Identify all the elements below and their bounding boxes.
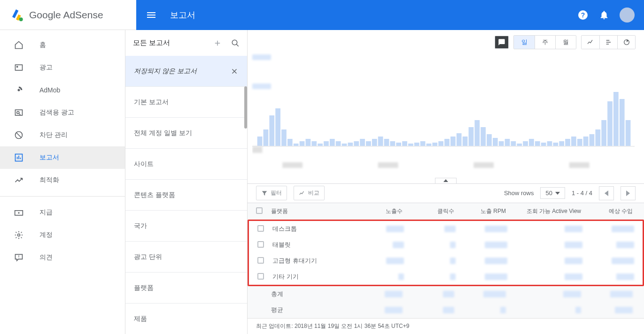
chart-bar-button[interactable] xyxy=(599,36,617,49)
header-rpm[interactable]: 노출 RPM xyxy=(454,207,506,215)
nav-search-ads[interactable]: 검색용 광고 xyxy=(0,101,125,124)
close-icon[interactable] xyxy=(230,67,239,76)
svg-rect-53 xyxy=(487,134,492,146)
svg-rect-50 xyxy=(469,127,474,146)
svg-rect-40 xyxy=(408,144,413,146)
svg-rect-49 xyxy=(463,137,468,146)
svg-rect-57 xyxy=(511,141,516,146)
nav-home[interactable]: 홈 xyxy=(0,34,125,56)
nav-account[interactable]: 계정 xyxy=(0,224,125,246)
notifications-icon[interactable] xyxy=(599,10,609,20)
page-info: 1 - 4 / 4 xyxy=(572,190,592,197)
nav-blocking[interactable]: 차단 관리 xyxy=(0,124,125,146)
svg-rect-36 xyxy=(384,139,389,146)
svg-rect-80 xyxy=(378,162,398,168)
nav-ads[interactable]: 광고 xyxy=(0,56,125,79)
svg-rect-27 xyxy=(330,139,335,146)
compare-button[interactable]: 비교 xyxy=(294,186,325,200)
svg-rect-59 xyxy=(523,141,528,146)
report-platform[interactable]: 플랫폼 xyxy=(125,273,247,304)
chart-pie-button[interactable] xyxy=(617,36,635,49)
svg-rect-39 xyxy=(402,141,407,146)
svg-rect-30 xyxy=(348,143,353,146)
block-icon xyxy=(13,129,24,141)
cell-total-label: 총계 xyxy=(271,290,351,298)
svg-rect-45 xyxy=(438,141,443,146)
scrollbar-thumb[interactable] xyxy=(244,86,247,129)
table-toolbar: 필터 비교 Show rows 50 1 - 4 / 4 xyxy=(248,183,644,203)
report-sites[interactable]: 사이트 xyxy=(125,149,247,180)
header-clicks[interactable]: 클릭수 xyxy=(403,207,454,215)
svg-rect-78 xyxy=(252,146,262,153)
report-product[interactable]: 제품 xyxy=(125,304,247,334)
nav-payments[interactable]: 지급 xyxy=(0,201,125,224)
svg-rect-18 xyxy=(275,108,280,146)
select-all-checkbox[interactable] xyxy=(256,207,263,214)
svg-rect-60 xyxy=(529,139,534,146)
row-checkbox[interactable] xyxy=(257,257,264,264)
svg-point-11 xyxy=(18,212,19,213)
svg-rect-63 xyxy=(547,141,552,146)
collapse-chart-handle[interactable] xyxy=(435,178,457,183)
filter-icon xyxy=(261,190,268,197)
chart-area xyxy=(248,50,644,178)
nav-admob[interactable]: AdMob xyxy=(0,79,125,101)
svg-rect-23 xyxy=(306,139,311,146)
notes-button[interactable] xyxy=(495,36,509,49)
header-revenue[interactable]: 예상 수입 xyxy=(581,207,633,215)
report-content-platform[interactable]: 콘텐츠 플랫폼 xyxy=(125,180,247,211)
menu-icon[interactable] xyxy=(146,9,157,21)
chart-line-button[interactable] xyxy=(582,36,599,49)
svg-rect-33 xyxy=(366,141,371,146)
timeframe-group: 일 주 월 xyxy=(513,35,576,49)
nav-reports[interactable]: 보고서 xyxy=(0,146,125,169)
prev-page-button[interactable] xyxy=(599,186,614,200)
svg-rect-68 xyxy=(577,139,582,146)
next-page-button[interactable] xyxy=(621,186,636,200)
svg-rect-29 xyxy=(342,144,347,146)
page-title: 보고서 xyxy=(170,9,577,21)
report-daily[interactable]: 전체 계정 일별 보기 xyxy=(125,118,247,149)
table-average-row: 평균 xyxy=(248,302,644,318)
chart-type-group xyxy=(581,35,636,49)
timeframe-week[interactable]: 주 xyxy=(535,36,555,49)
svg-rect-35 xyxy=(378,137,383,146)
user-avatar[interactable] xyxy=(620,8,635,23)
svg-rect-48 xyxy=(457,133,462,146)
row-checkbox[interactable] xyxy=(257,273,264,280)
reports-list-panel: 모든 보고서 저장되지 않은 보고서 기본 보고서 전체 계정 일별 보기 사이… xyxy=(125,30,248,334)
svg-rect-81 xyxy=(473,162,494,168)
svg-rect-76 xyxy=(626,120,631,146)
nav-feedback[interactable]: 의견 xyxy=(0,246,125,269)
svg-point-7 xyxy=(17,112,19,114)
row-checkbox[interactable] xyxy=(257,225,264,232)
header-impressions[interactable]: 노출수 xyxy=(351,207,403,215)
nav-optimize[interactable]: 최적화 xyxy=(0,169,125,191)
header-platform[interactable]: 플랫폼 xyxy=(271,207,351,215)
report-default[interactable]: 기본 보고서 xyxy=(125,87,247,118)
add-report-icon[interactable] xyxy=(213,39,222,47)
header-active-view[interactable]: 조회 가능 Active View xyxy=(506,207,581,215)
search-icon[interactable] xyxy=(231,39,240,47)
help-icon[interactable]: ? xyxy=(577,9,589,21)
brand-text: Google AdSense xyxy=(29,9,103,21)
timeframe-day[interactable]: 일 xyxy=(514,36,535,49)
report-ad-unit[interactable]: 광고 단위 xyxy=(125,242,247,273)
row-checkbox[interactable] xyxy=(257,241,264,248)
svg-rect-32 xyxy=(360,139,365,146)
svg-rect-61 xyxy=(535,141,540,146)
svg-rect-15 xyxy=(257,137,263,146)
home-icon xyxy=(13,39,24,51)
report-unsaved[interactable]: 저장되지 않은 보고서 xyxy=(125,56,247,87)
rows-select[interactable]: 50 xyxy=(540,187,565,199)
trending-icon xyxy=(13,175,24,186)
svg-rect-20 xyxy=(287,139,293,146)
cell-platform: 데스크톱 xyxy=(272,225,352,233)
svg-point-13 xyxy=(232,40,237,45)
filter-button[interactable]: 필터 xyxy=(256,186,287,200)
dropdown-icon xyxy=(555,192,560,195)
report-country[interactable]: 국가 xyxy=(125,211,247,242)
timeframe-month[interactable]: 월 xyxy=(555,36,576,49)
cell-platform: 고급형 휴대기기 xyxy=(272,257,352,265)
svg-rect-74 xyxy=(613,92,619,146)
